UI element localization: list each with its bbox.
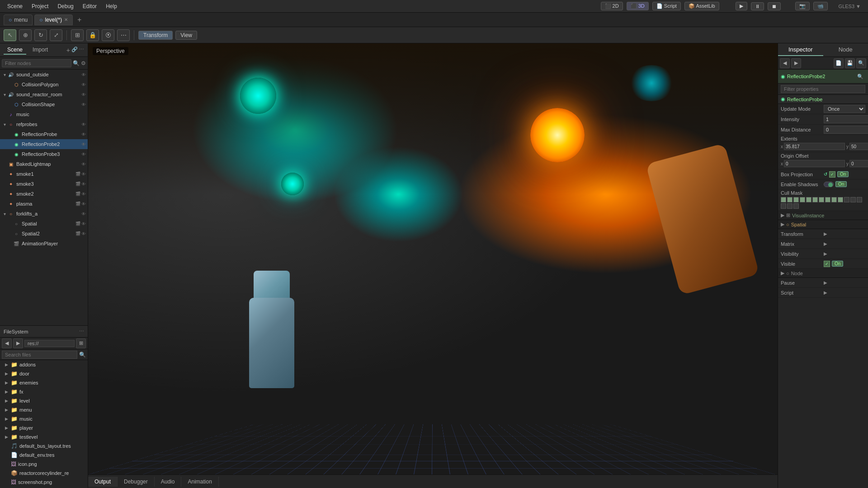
section-spatial[interactable]: ▶ ○ Spatial — [778, 220, 868, 229]
snap-tool-button[interactable]: ⊞ — [71, 29, 84, 41]
inspector-file-button[interactable]: 📄 — [834, 58, 844, 68]
mode-2d-button[interactable]: ⬛ 2D — [601, 2, 623, 10]
filter-search-icon[interactable]: 🔍 — [73, 60, 80, 66]
fs-layout-button[interactable]: ⊞ — [76, 338, 86, 348]
move-tool-button[interactable]: ⊕ — [19, 29, 32, 41]
transform-expand-icon[interactable]: ▶ — [824, 231, 827, 236]
scene-tree[interactable]: ▾ 🔊 sound_outside 👁 ⬡ CollisionPolygon 👁… — [0, 70, 88, 325]
tab-close-icon[interactable]: ✕ — [64, 17, 68, 22]
output-tab[interactable]: Output — [88, 477, 118, 487]
scene-more-button[interactable]: ⋯ — [79, 47, 84, 54]
mode-script-button[interactable]: 📄 Script — [652, 2, 681, 10]
filesystem-list[interactable]: ▶ 📁 addons ▶ 📁 door ▶ 📁 enemies ▶ 📁 — [0, 360, 88, 488]
tree-item-reflectionprobe2[interactable]: ◉ ReflectionProbe2 👁 — [0, 139, 88, 149]
remote-debug-button[interactable]: 📷 — [795, 2, 810, 10]
run-button[interactable]: ▶ — [736, 2, 747, 10]
filter-properties-input[interactable] — [781, 85, 865, 93]
tree-item-music[interactable]: ♪ music — [0, 109, 88, 119]
cull-cell-2[interactable] — [787, 197, 793, 202]
search-files-input[interactable] — [2, 351, 77, 359]
tree-item-forklifts[interactable]: ▾ ○ forklifts_a 👁 — [0, 209, 88, 219]
tree-item-sound-outside[interactable]: ▾ 🔊 sound_outside 👁 — [0, 70, 88, 80]
eye-icon[interactable]: 👁 — [81, 152, 86, 157]
eye-icon[interactable]: 👁 — [81, 162, 86, 167]
tree-item-smoke3[interactable]: ✦ smoke3 🎬 👁 — [0, 179, 88, 189]
cull-cell-4[interactable] — [800, 197, 805, 202]
cull-cell-6[interactable] — [812, 197, 818, 202]
update-mode-dropdown[interactable]: Once Always — [824, 105, 865, 113]
box-projection-checkbox[interactable]: ✓ — [829, 171, 835, 178]
menu-debug[interactable]: Debug — [54, 2, 77, 10]
fs-item-icon[interactable]: 🖼 icon.png — [0, 460, 88, 469]
stop-button[interactable]: ⏹ — [768, 2, 781, 10]
cull-cell-11[interactable] — [844, 197, 849, 202]
visible-checkbox[interactable]: ✓ — [824, 261, 830, 267]
tree-item-refprobes[interactable]: ▾ ○ refprobes 👁 — [0, 119, 88, 129]
cull-cell-15[interactable] — [787, 203, 793, 209]
eye-icon[interactable]: 👁 — [81, 211, 86, 216]
node-tab[interactable]: Node — [823, 44, 868, 56]
menu-help[interactable]: Help — [102, 2, 121, 10]
fs-item-door[interactable]: ▶ 📁 door — [0, 369, 88, 378]
inspector-save-button[interactable]: 💾 — [845, 58, 855, 68]
fs-item-bus-layout[interactable]: 🎵 default_bus_layout.tres — [0, 441, 88, 450]
animation-tab[interactable]: Animation — [181, 477, 218, 487]
cull-cell-13[interactable] — [857, 197, 862, 202]
eye-icon[interactable]: 👁 — [81, 102, 86, 107]
inspector-history-forward-button[interactable]: ▶ — [791, 58, 801, 68]
cull-cell-1[interactable] — [781, 197, 786, 202]
fs-item-music[interactable]: ▶ 📁 music — [0, 414, 88, 423]
filter-nodes-input[interactable] — [2, 59, 71, 67]
fs-item-fx[interactable]: ▶ 📁 fx — [0, 387, 88, 396]
tab-add-button[interactable]: + — [75, 16, 84, 24]
menu-project[interactable]: Project — [28, 2, 52, 10]
fs-item-env[interactable]: 📄 default_env.tres — [0, 450, 88, 460]
scene-tab[interactable]: Scene — [4, 46, 26, 55]
max-distance-input[interactable] — [824, 126, 868, 134]
origin-y-input[interactable] — [849, 160, 868, 167]
import-tab[interactable]: Import — [29, 46, 52, 55]
inspector-extra-button[interactable]: 🔍 — [855, 71, 865, 81]
view-label[interactable]: View — [175, 31, 197, 40]
tree-item-sound-reactor[interactable]: ▾ 🔊 sound_reactor_room 👁 — [0, 89, 88, 99]
extents-x-input[interactable] — [784, 143, 845, 150]
tree-item-spatial1[interactable]: ○ Spatial 🎬 👁 — [0, 219, 88, 229]
tree-item-collision-polygon[interactable]: ⬡ CollisionPolygon 👁 — [0, 80, 88, 89]
inspector-search-button[interactable]: 🔍 — [856, 58, 866, 68]
fs-settings-icon[interactable]: ⋯ — [79, 328, 84, 334]
inspector-history-back-button[interactable]: ◀ — [780, 58, 790, 68]
fs-item-enemies[interactable]: ▶ 📁 enemies — [0, 378, 88, 387]
local-tool-button[interactable]: ⦿ — [102, 29, 114, 41]
eye-icon[interactable]: 👁 — [81, 72, 86, 77]
extents-y-input[interactable] — [849, 143, 868, 150]
eye-icon[interactable]: 👁 — [81, 221, 86, 226]
cull-cell-9[interactable] — [831, 197, 837, 202]
cull-cell-14[interactable] — [781, 203, 786, 209]
fs-item-player[interactable]: ▶ 📁 player — [0, 423, 88, 432]
eye-icon[interactable]: 👁 — [81, 132, 86, 137]
tree-item-plasma[interactable]: ✦ plasma 🎬 👁 — [0, 199, 88, 209]
eye-icon[interactable]: 👁 — [81, 92, 86, 97]
pause-expand-icon[interactable]: ▶ — [824, 280, 827, 285]
menu-scene[interactable]: Scene — [4, 2, 26, 10]
cull-cell-7[interactable] — [819, 197, 824, 202]
fs-back-button[interactable]: ◀ — [2, 338, 12, 348]
eye-icon[interactable]: 👁 — [81, 202, 86, 206]
cull-mask-grid[interactable] — [781, 197, 865, 209]
tree-item-smoke2[interactable]: ✦ smoke2 🎬 👁 — [0, 189, 88, 199]
viewport[interactable]: Perspective Output Debugger Audio Ani — [88, 43, 778, 488]
intensity-input[interactable] — [824, 115, 868, 123]
lock-tool-button[interactable]: 🔒 — [86, 29, 99, 41]
eye-icon[interactable]: 👁 — [81, 182, 86, 187]
fs-item-menu[interactable]: ▶ 📁 menu — [0, 405, 88, 414]
filesystem-path[interactable]: res:// — [24, 340, 75, 347]
fs-item-level[interactable]: ▶ 📁 level — [0, 396, 88, 405]
fs-item-reactor[interactable]: 📦 reactorcorecylinder_re — [0, 469, 88, 478]
eye-icon[interactable]: 👁 — [81, 172, 86, 177]
section-visual-instance[interactable]: ▶ ⊞ VisualInstance — [778, 211, 868, 220]
box-projection-reset-icon[interactable]: ↺ — [824, 172, 827, 177]
inspector-tab[interactable]: Inspector — [778, 44, 823, 56]
eye-icon[interactable]: 👁 — [81, 231, 86, 236]
fs-forward-button[interactable]: ▶ — [13, 338, 23, 348]
cull-cell-10[interactable] — [838, 197, 843, 202]
